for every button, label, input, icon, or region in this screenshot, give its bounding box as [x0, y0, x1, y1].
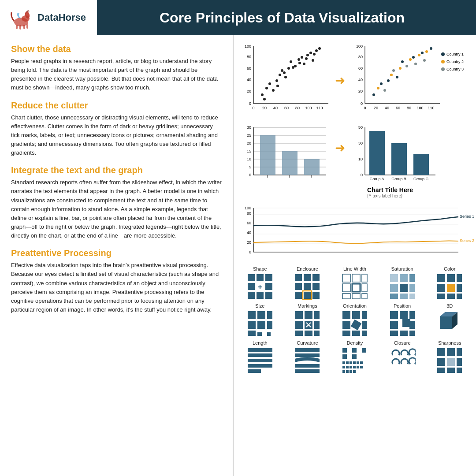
- svg-point-37: [309, 52, 312, 54]
- svg-text:Series 1: Series 1: [460, 214, 474, 219]
- svg-text:25: 25: [247, 133, 251, 138]
- arrow-scatter: ➜: [335, 73, 345, 88]
- header-title: Core Principles of Data Visualization: [97, 10, 476, 26]
- svg-rect-228: [248, 364, 272, 368]
- svg-rect-182: [447, 294, 455, 299]
- svg-rect-208: [351, 320, 362, 331]
- preattentive-length: Length: [238, 340, 282, 374]
- preattentive-label-shape: Shape: [253, 266, 267, 271]
- svg-rect-169: [390, 284, 398, 292]
- svg-text:20: 20: [262, 106, 267, 110]
- preattentive-label-density: Density: [347, 340, 363, 346]
- svg-point-34: [301, 56, 303, 59]
- svg-rect-170: [400, 284, 408, 292]
- scatter-after: 0 20 40 60 80 100 0 20 40 60 80 100 110: [350, 42, 451, 119]
- svg-rect-239: [342, 361, 345, 364]
- svg-rect-184: [248, 311, 256, 319]
- svg-rect-216: [390, 321, 398, 329]
- svg-rect-254: [353, 370, 356, 373]
- preattentive-label-enclosure: Enclosure: [297, 266, 318, 271]
- svg-point-31: [290, 60, 292, 63]
- svg-rect-146: [265, 292, 272, 299]
- svg-rect-167: [400, 274, 408, 282]
- svg-rect-141: [248, 283, 255, 290]
- svg-rect-202: [305, 331, 312, 336]
- section-show-data: Show the data People read graphs in a re…: [11, 44, 222, 93]
- svg-rect-231: [295, 353, 320, 357]
- svg-text:110: 110: [316, 106, 323, 110]
- svg-rect-186: [267, 311, 272, 319]
- svg-rect-226: [248, 353, 272, 357]
- svg-point-77: [383, 89, 386, 92]
- svg-rect-258: [437, 358, 445, 366]
- svg-rect-214: [400, 311, 408, 319]
- svg-text:Country 3: Country 3: [446, 67, 464, 71]
- position-visual: [389, 310, 416, 337]
- svg-rect-164: [352, 294, 360, 299]
- preattentive-shape: Shape +: [238, 266, 282, 300]
- svg-rect-6: [26, 24, 28, 29]
- svg-rect-160: [342, 284, 350, 292]
- svg-rect-241: [350, 361, 352, 364]
- chart-title-sub: {Y axis label here}: [367, 193, 438, 198]
- svg-rect-262: [447, 368, 455, 373]
- svg-rect-200: [314, 321, 320, 329]
- shape-visual: +: [247, 273, 273, 300]
- preattentive-label-position: Position: [394, 303, 411, 309]
- svg-rect-213: [390, 311, 398, 319]
- preattentive-label-markings: Markings: [298, 303, 317, 309]
- preattentive-linewidth: Line Width: [333, 266, 377, 300]
- logo-area: DataHorse: [0, 0, 97, 35]
- svg-point-72: [390, 74, 393, 76]
- section-text-reduce-clutter: Chart clutter, those unnecessary or dist…: [11, 113, 222, 158]
- svg-rect-261: [437, 368, 445, 373]
- svg-text:80: 80: [407, 106, 411, 110]
- svg-rect-263: [457, 368, 462, 373]
- linewidth-visual: [342, 273, 368, 300]
- svg-rect-203: [314, 331, 320, 336]
- svg-point-32: [294, 65, 297, 67]
- svg-rect-232: [295, 364, 320, 368]
- logo-icon: [7, 6, 33, 30]
- section-text-integrate: Standard research reports often suffer f…: [11, 178, 222, 240]
- svg-rect-159: [362, 274, 367, 282]
- svg-point-26: [275, 79, 278, 82]
- section-title-reduce-clutter: Reduce the clutter: [11, 100, 222, 111]
- svg-rect-177: [457, 274, 462, 282]
- svg-rect-153: [295, 292, 302, 299]
- preattentive-saturation: Saturation: [380, 266, 424, 300]
- svg-point-78: [392, 69, 395, 72]
- svg-text:0: 0: [252, 106, 254, 110]
- svg-rect-147: [295, 274, 302, 281]
- svg-point-75: [418, 54, 420, 56]
- svg-rect-236: [362, 348, 366, 353]
- svg-rect-237: [342, 354, 347, 359]
- preattentive-color: Color: [428, 266, 472, 300]
- svg-rect-187: [248, 321, 256, 329]
- svg-rect-140: [265, 274, 272, 281]
- preattentive-label-3d: 3D: [446, 303, 453, 309]
- svg-point-40: [263, 98, 266, 100]
- svg-text:20: 20: [358, 89, 363, 93]
- svg-rect-243: [357, 361, 359, 364]
- preattentive-closure: Closure: [380, 340, 424, 374]
- svg-text:50: 50: [358, 125, 363, 130]
- svg-rect-248: [353, 366, 356, 368]
- svg-rect-3: [16, 25, 18, 29]
- svg-rect-253: [350, 370, 352, 373]
- svg-point-22: [261, 93, 264, 96]
- svg-rect-156: [312, 292, 320, 299]
- svg-text:Group B: Group B: [391, 177, 406, 181]
- svg-rect-256: [447, 348, 455, 356]
- svg-rect-183: [457, 294, 462, 299]
- svg-text:0: 0: [249, 250, 251, 254]
- svg-point-86: [441, 67, 445, 71]
- scatter-plots-row: 0 20 40 60 80 100 0 20 40 60 80 100 110: [238, 42, 472, 119]
- svg-rect-188: [257, 321, 265, 329]
- svg-text:30: 30: [358, 141, 363, 145]
- svg-text:0: 0: [361, 173, 363, 177]
- section-preattentive: Preattentive Processing Effective data v…: [11, 248, 222, 314]
- svg-rect-234: [342, 348, 347, 353]
- svg-text:100: 100: [245, 44, 251, 48]
- svg-point-80: [414, 63, 417, 65]
